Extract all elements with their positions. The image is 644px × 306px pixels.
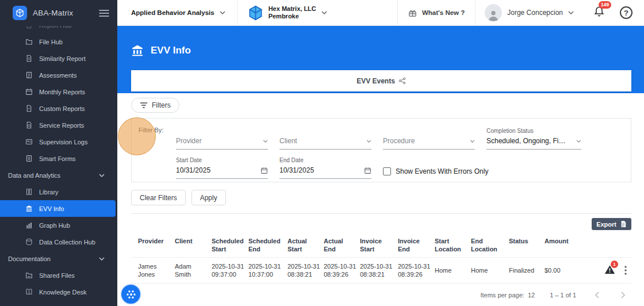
sidebar-item-graph-hub[interactable]: Graph Hub (0, 217, 117, 234)
whats-new-label: What's New ? (422, 9, 465, 16)
sidebar-section-data-analytics[interactable]: Data and Analytics (0, 167, 117, 183)
items-per-page-label: Items per page: (480, 292, 524, 299)
evv-events-icon (398, 77, 406, 85)
completion-status-select[interactable]: Scheduled, Ongoing, Finali... (486, 137, 581, 150)
cell-scheduled-start: 2025-10-31 09:37:00 (212, 258, 248, 284)
end-date-label: End Date (279, 157, 371, 163)
cell-provider: James Jones (138, 258, 175, 284)
sidebar-item-label: Service Reports (39, 122, 84, 129)
filter-by-label: Filter By: (139, 127, 163, 133)
client-select[interactable]: Client (279, 137, 371, 150)
next-page-button[interactable] (618, 289, 629, 300)
start-date-label: Start Date (176, 157, 268, 163)
filter-panel: Filter By: Provider Client Procedure Com… (131, 118, 631, 182)
procedure-select[interactable]: Procedure (383, 137, 475, 150)
chevron-down-icon (99, 257, 105, 261)
end-date-value: 10/31/2025 (279, 166, 314, 174)
sidebar-item-label: EVV Info (39, 205, 64, 212)
errors-only-checkbox-group[interactable]: Show Events With Errors Only (383, 167, 488, 179)
monthly-reports-icon (25, 88, 33, 95)
end-date-field: End Date 10/31/2025 (279, 157, 371, 179)
service-reports-icon (25, 121, 33, 129)
procedure-placeholder: Procedure (383, 137, 415, 145)
company-location: Pembroke (269, 13, 316, 20)
tab-evv-events[interactable]: EVV Events (131, 70, 631, 91)
sidebar-item-knowledge-desk[interactable]: Knowledge Desk (0, 284, 117, 300)
sidebar-item-similarity-report[interactable]: Similarity Report (0, 50, 117, 67)
help-button[interactable]: ? (620, 6, 632, 19)
chat-widget-button[interactable] (120, 284, 141, 305)
export-label: Export (596, 221, 616, 228)
col-header-scheduled-start: Scheduled Start (212, 234, 248, 257)
whats-new-button[interactable]: What's New ? (398, 9, 475, 17)
sidebar-item-custom-reports[interactable]: Custom Reports (0, 100, 117, 117)
evv-info-icon (25, 205, 33, 212)
cell-scheduled-end: 2025-10-31 10:37:00 (248, 258, 288, 284)
supervision-logs-icon (25, 138, 33, 146)
col-header-client: Client (175, 234, 212, 249)
similarity-report-icon (25, 55, 33, 62)
chevron-down-icon (568, 11, 574, 14)
sidebar-section-documentation[interactable]: Documentation (0, 250, 117, 267)
filters-toggle-button[interactable]: Filters (131, 98, 179, 113)
chat-widget-dots-icon (124, 288, 138, 301)
clear-filters-button[interactable]: Clear Filters (131, 190, 186, 205)
export-row: Export (131, 214, 631, 233)
calendar-icon[interactable] (364, 167, 371, 174)
col-header-actions (578, 234, 630, 241)
sidebar-item-service-reports[interactable]: Service Reports (0, 117, 117, 133)
col-header-actual-start: Actual Start (288, 234, 324, 257)
items-per-page-control[interactable]: Items per page: 12 (480, 292, 535, 299)
sidebar-item-evv-info[interactable]: EVV Info (0, 200, 116, 217)
col-header-actual-end: Actual End (324, 234, 360, 257)
topbar: Applied Behavior Analysis Hex Matrix, LL… (117, 0, 644, 26)
cell-actual-end: 2025-10-31 08:39:26 (324, 258, 360, 284)
apply-button[interactable]: Apply (191, 190, 226, 205)
sidebar-item-shared-files[interactable]: Shared Files (0, 267, 117, 284)
export-button[interactable]: Export (592, 218, 631, 230)
sidebar-item-supervision-logs[interactable]: Supervision Logs (0, 133, 117, 150)
notification-badge: 149 (599, 1, 611, 9)
provider-placeholder: Provider (176, 137, 202, 145)
col-header-scheduled-end: Scheduled End (248, 234, 288, 257)
report-hub-icon (25, 26, 33, 29)
sidebar-nav: Report Hub File Hub Similarity Report As… (0, 26, 117, 300)
table-row[interactable]: James Jones Adam Smith 2025-10-31 09:37:… (131, 257, 631, 284)
csv-file-icon (620, 220, 627, 228)
row-menu-button[interactable] (624, 266, 627, 275)
hamburger-menu-icon[interactable] (99, 10, 109, 17)
filter-row-2: Start Date 10/31/2025 End Date 10/31/202… (176, 157, 631, 179)
pagination-range: 1 – 1 of 1 (550, 292, 576, 299)
sidebar-item-library[interactable]: Library (0, 183, 117, 200)
user-menu[interactable]: Jorge Concepcion (476, 4, 583, 21)
brand-logo-icon[interactable] (13, 6, 27, 20)
sidebar-item-label: Data Collection Hub (39, 239, 95, 246)
errors-only-label: Show Events With Errors Only (396, 167, 488, 175)
file-hub-icon (25, 38, 33, 45)
cell-invoice-start: 2025-10-31 08:38:21 (360, 258, 398, 284)
errors-only-checkbox[interactable] (383, 167, 391, 175)
start-date-input[interactable]: 10/31/2025 (176, 166, 268, 179)
chevron-left-icon (595, 292, 599, 299)
table-header-row: Provider Client Scheduled Start Schedule… (131, 234, 631, 257)
notifications-button[interactable]: 149 (593, 6, 605, 20)
sidebar-item-data-collection-hub[interactable]: Data Collection Hub (0, 234, 117, 250)
help-glyph: ? (624, 9, 628, 17)
col-header-provider: Provider (138, 234, 175, 249)
sidebar-item-report-hub[interactable]: Report Hub (0, 26, 117, 33)
error-warning-button[interactable]: 1 (604, 265, 615, 276)
previous-page-button[interactable] (591, 289, 603, 300)
program-selector[interactable]: Applied Behavior Analysis (131, 9, 237, 16)
provider-select[interactable]: Provider (176, 137, 268, 150)
dropdown-arrow-icon (263, 140, 268, 143)
program-name: Applied Behavior Analysis (131, 9, 214, 16)
company-selector[interactable]: Hex Matrix, LLC Pembroke (237, 5, 338, 21)
sidebar-item-assessments[interactable]: Assessments (0, 67, 117, 83)
end-date-input[interactable]: 10/31/2025 (279, 166, 371, 179)
cell-status: Finalized (509, 262, 545, 279)
sidebar-item-file-hub[interactable]: File Hub (0, 33, 117, 50)
sidebar-item-monthly-reports[interactable]: Monthly Reports (0, 83, 117, 100)
calendar-icon[interactable] (260, 167, 268, 174)
brand-name: ABA-Matrix (33, 9, 93, 17)
sidebar-item-smart-forms[interactable]: Smart Forms (0, 150, 117, 167)
